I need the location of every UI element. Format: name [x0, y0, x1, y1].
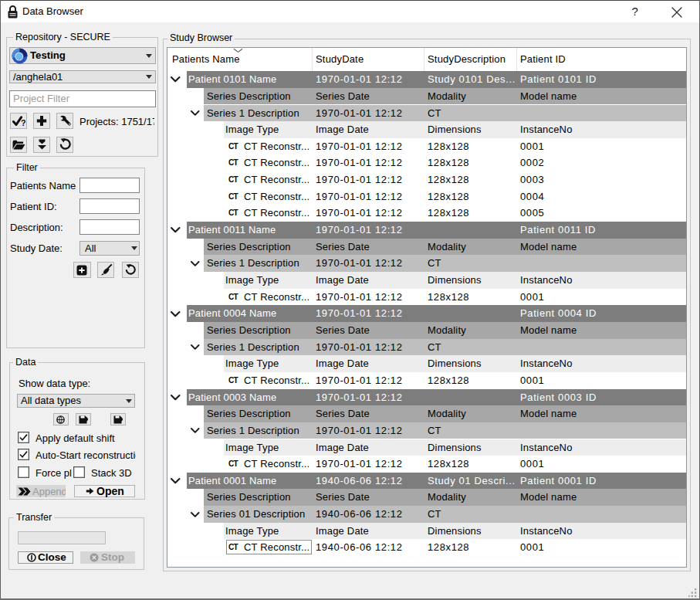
- svg-text:?: ?: [21, 118, 25, 127]
